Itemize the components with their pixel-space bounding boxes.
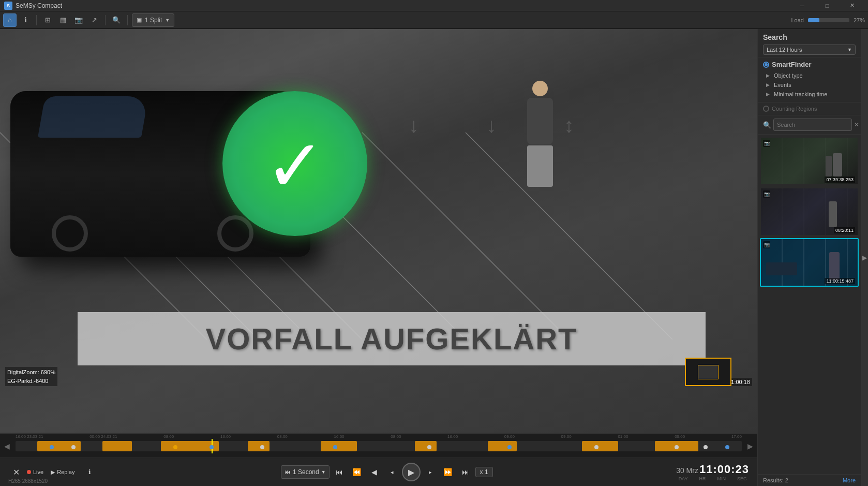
thumb-camera-icon-1: 📷 [763, 140, 770, 147]
grid-button[interactable]: ⊞ [41, 13, 54, 27]
skip-to-end-button[interactable]: ⏭ [458, 464, 473, 480]
load-percent: 27% [854, 17, 865, 23]
search-icon: 🔍 [763, 121, 771, 129]
replay-button[interactable]: ▶ Replay [47, 467, 79, 477]
step-back-small-button[interactable]: ◂ [384, 464, 400, 480]
smartfinder-radio-inner [765, 63, 768, 66]
timeline-dot-10 [675, 445, 679, 449]
full-timeline[interactable]: ◀ ▶ 16:00 23.03.21 00:00 24.03.21 08:00 … [0, 433, 757, 458]
speed-x1-label: x 1 [475, 467, 493, 477]
search-tool-button[interactable]: 🔍 [110, 13, 123, 27]
timeline-dot-12 [725, 445, 729, 449]
search-clear-button[interactable]: ✕ [854, 119, 859, 130]
smartfinder-radio[interactable] [763, 62, 769, 68]
timeline-dot-2 [71, 445, 76, 449]
timeline-dot-3 [173, 445, 177, 449]
minimal-tracking-item[interactable]: ▶ Minimal tracking time [763, 90, 856, 99]
home-button[interactable]: ⌂ [3, 13, 17, 27]
smartfinder-section: SmartFinder ▶ Object type ▶ Events ▶ Min… [758, 57, 861, 102]
close-button[interactable]: ✕ [840, 0, 864, 11]
timeline-dot-6 [333, 445, 337, 449]
app-title: SeMSy Compact [16, 2, 790, 9]
tl-date-7: 08:00 [391, 434, 401, 439]
tl-date-12: 09:00 [675, 434, 685, 439]
timeline-bar [16, 441, 742, 451]
side-collapse-tab[interactable]: ▶ [861, 29, 868, 486]
controls-bar: ✕ Live ▶ Replay ℹ ⏮ 1 Second ▼ [0, 458, 757, 486]
search-header: Search Last 12 Hours ▼ [758, 29, 861, 57]
smartfinder-title: SmartFinder [772, 61, 812, 68]
video-panel[interactable]: ↓ ↓ ↕ ✓ [0, 29, 757, 433]
timeline-dates: 16:00 23.03.21 00:00 24.03.21 08:00 16:0… [16, 434, 742, 439]
events-item[interactable]: ▶ Events [763, 80, 856, 90]
fast-forward-button[interactable]: ⏩ [440, 464, 456, 480]
layout-button[interactable]: ▦ [56, 13, 70, 27]
load-indicator: Load 27% [791, 17, 865, 23]
app-icon: S [4, 2, 12, 10]
object-type-item[interactable]: ▶ Object type [763, 71, 856, 80]
speed-label: 1 Second [293, 468, 319, 476]
maximize-button[interactable]: □ [815, 0, 839, 11]
results-label: Results: 2 [763, 477, 788, 483]
thumb-camera-icon-3: 📷 [763, 241, 770, 248]
timeline-dot-8 [507, 445, 512, 449]
more-button[interactable]: More [843, 477, 856, 483]
split-selector[interactable]: ▣ 1 Split ▼ [132, 13, 174, 27]
tl-date-4: 16:00 [220, 434, 231, 439]
events-arrow: ▶ [766, 82, 771, 87]
thumbnail-item-3[interactable]: 📷 11:00:15:487 [760, 238, 859, 287]
svg-line-6 [466, 132, 672, 340]
close-stream-button[interactable]: ✕ [8, 464, 24, 480]
step-back-button[interactable]: ◀ [367, 464, 382, 480]
thumbnail-item-2[interactable]: 📷 08:20:11 [760, 187, 859, 236]
fast-backward-button[interactable]: ⏪ [349, 464, 365, 480]
toolbar: ⌂ ℹ ⊞ ▦ 📷 ↗ 🔍 ▣ 1 Split ▼ Load 27% [0, 11, 868, 29]
minimal-tracking-arrow: ▶ [766, 92, 771, 97]
tl-date-10: 09:00 [561, 434, 572, 439]
info-ctrl-button[interactable]: ℹ [82, 464, 97, 480]
time-display: 11:00:23 [699, 463, 749, 476]
speed-selector[interactable]: ⏮ 1 Second ▼ [281, 465, 330, 479]
timeline-dot-1 [50, 445, 54, 449]
codec-info: H265 2688x1520 [8, 478, 48, 484]
tl-date-2: 00:00 24.03.21 [89, 434, 117, 439]
export-button[interactable]: ↗ [87, 13, 101, 27]
snapshot-button[interactable]: 📷 [72, 13, 85, 27]
timeline-right-arrow[interactable]: ▶ [747, 441, 753, 451]
thumb-timestamp-3: 11:00:15:487 [825, 278, 855, 284]
minimize-button[interactable]: ─ [790, 0, 814, 11]
smartfinder-header: SmartFinder [763, 61, 856, 68]
tl-date-6: 16:00 [334, 434, 345, 439]
svg-text:↕: ↕ [564, 114, 574, 137]
video-area: ↓ ↓ ↕ ✓ [0, 29, 757, 486]
tl-date-13: 17:00 [731, 434, 742, 439]
counting-section: Counting Regions [758, 102, 861, 115]
speed-icon: ⏮ [285, 468, 291, 476]
timeline-dot-4 [209, 445, 214, 449]
time-labels: DAY HR MIN SEC [679, 476, 747, 481]
zoom-info: DigitalZoom: 690% EG-Parkd.-6400 [5, 367, 57, 386]
label-min: MIN [717, 476, 726, 481]
timeline-left-arrow[interactable]: ◀ [4, 441, 10, 451]
step-forward-small-button[interactable]: ▸ [423, 464, 438, 480]
thumb-timestamp-2: 08:20:11 [834, 227, 855, 233]
object-type-label: Object type [774, 72, 852, 79]
play-pause-button[interactable]: ▶ [402, 463, 421, 481]
load-bar-fill [808, 18, 819, 22]
window-controls: ─ □ ✕ [790, 0, 864, 11]
info-button[interactable]: ℹ [19, 13, 32, 27]
time-range-dropdown[interactable]: Last 12 Hours ▼ [763, 45, 856, 55]
replay-label: Replay [57, 469, 74, 475]
tl-date-11: 01:00 [618, 434, 628, 439]
search-bar: 🔍 ✕ ▲ ⚙ [758, 115, 861, 135]
ctrl-center: ⏮ 1 Second ▼ ⏮ ⏪ ◀ ◂ ▶ ▸ ⏩ ⏭ x 1 [101, 463, 672, 481]
search-input[interactable] [773, 119, 852, 131]
thumbnail-item-1[interactable]: 📷 07:39:38:253 [760, 137, 859, 185]
tl-date-5: 08:00 [277, 434, 288, 439]
load-label: Load [791, 17, 803, 23]
counting-radio[interactable] [763, 106, 769, 112]
timeline-dot-7 [427, 445, 431, 449]
person-object [519, 81, 561, 195]
pip-thumbnail[interactable] [685, 358, 731, 386]
skip-to-start-button[interactable]: ⏮ [332, 464, 347, 480]
